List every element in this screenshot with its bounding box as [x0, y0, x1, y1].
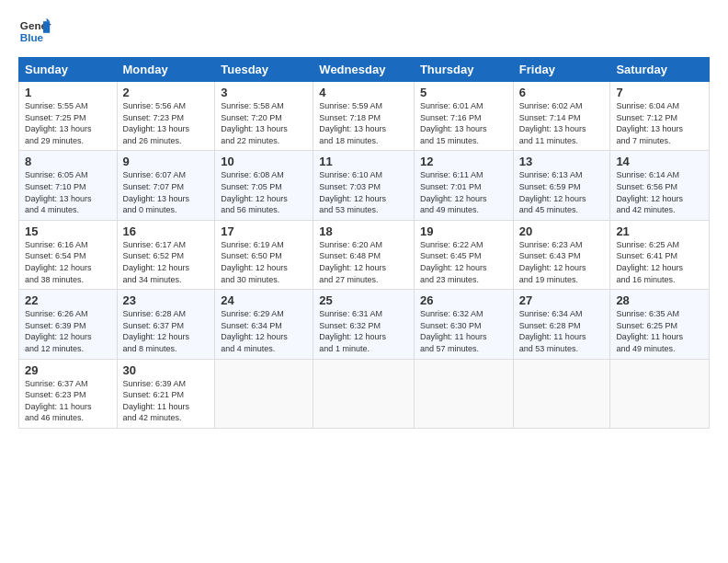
- day-number: 13: [519, 155, 605, 168]
- calendar-week-row: 29Sunrise: 6:37 AMSunset: 6:23 PMDayligh…: [19, 359, 710, 428]
- day-info: Sunrise: 6:19 AMSunset: 6:50 PMDaylight:…: [221, 239, 307, 285]
- calendar-day-cell: 8Sunrise: 6:05 AMSunset: 7:10 PMDaylight…: [19, 151, 118, 220]
- calendar-day-cell: [610, 359, 710, 428]
- day-info: Sunrise: 6:32 AMSunset: 6:30 PMDaylight:…: [420, 308, 507, 354]
- day-number: 22: [25, 293, 111, 307]
- day-info: Sunrise: 5:55 AMSunset: 7:25 PMDaylight:…: [25, 100, 111, 146]
- day-info: Sunrise: 6:35 AMSunset: 6:25 PMDaylight:…: [616, 308, 703, 354]
- calendar-day-cell: 20Sunrise: 6:23 AMSunset: 6:43 PMDayligh…: [513, 220, 610, 289]
- calendar-day-cell: 26Sunrise: 6:32 AMSunset: 6:30 PMDayligh…: [414, 290, 513, 359]
- calendar-day-cell: [313, 359, 415, 428]
- calendar-day-cell: 7Sunrise: 6:04 AMSunset: 7:12 PMDaylight…: [610, 82, 710, 151]
- calendar-day-cell: 5Sunrise: 6:01 AMSunset: 7:16 PMDaylight…: [414, 82, 513, 151]
- day-number: 12: [420, 155, 507, 168]
- day-number: 28: [616, 293, 703, 307]
- day-number: 2: [123, 86, 210, 99]
- day-number: 4: [319, 86, 408, 99]
- day-info: Sunrise: 6:25 AMSunset: 6:41 PMDaylight:…: [616, 239, 703, 285]
- day-number: 29: [25, 363, 111, 377]
- calendar-day-cell: 3Sunrise: 5:58 AMSunset: 7:20 PMDaylight…: [215, 82, 313, 151]
- day-info: Sunrise: 6:31 AMSunset: 6:32 PMDaylight:…: [319, 308, 408, 354]
- weekday-header-friday: Friday: [513, 58, 610, 82]
- svg-marker-2: [43, 21, 50, 33]
- day-number: 25: [319, 293, 408, 307]
- calendar-day-cell: 12Sunrise: 6:11 AMSunset: 7:01 PMDayligh…: [414, 151, 513, 220]
- calendar-day-cell: [414, 359, 513, 428]
- day-number: 18: [319, 224, 408, 238]
- day-number: 10: [221, 155, 307, 168]
- calendar-day-cell: 15Sunrise: 6:16 AMSunset: 6:54 PMDayligh…: [19, 220, 118, 289]
- day-number: 19: [420, 224, 507, 238]
- day-info: Sunrise: 6:05 AMSunset: 7:10 PMDaylight:…: [25, 169, 111, 215]
- weekday-header-monday: Monday: [117, 58, 215, 82]
- day-info: Sunrise: 6:01 AMSunset: 7:16 PMDaylight:…: [420, 100, 507, 146]
- day-info: Sunrise: 6:37 AMSunset: 6:23 PMDaylight:…: [25, 378, 111, 424]
- calendar-day-cell: 14Sunrise: 6:14 AMSunset: 6:56 PMDayligh…: [610, 151, 710, 220]
- calendar-day-cell: 22Sunrise: 6:26 AMSunset: 6:39 PMDayligh…: [19, 290, 118, 359]
- day-number: 30: [123, 363, 210, 377]
- day-number: 26: [420, 293, 507, 307]
- day-number: 8: [25, 155, 111, 168]
- page-header: General Blue: [18, 15, 710, 48]
- weekday-header-tuesday: Tuesday: [215, 58, 313, 82]
- calendar-day-cell: 23Sunrise: 6:28 AMSunset: 6:37 PMDayligh…: [117, 290, 215, 359]
- day-info: Sunrise: 6:04 AMSunset: 7:12 PMDaylight:…: [616, 100, 703, 146]
- calendar-day-cell: 2Sunrise: 5:56 AMSunset: 7:23 PMDaylight…: [117, 82, 215, 151]
- calendar-day-cell: 25Sunrise: 6:31 AMSunset: 6:32 PMDayligh…: [313, 290, 415, 359]
- day-info: Sunrise: 6:14 AMSunset: 6:56 PMDaylight:…: [616, 169, 703, 215]
- day-info: Sunrise: 6:34 AMSunset: 6:28 PMDaylight:…: [519, 308, 605, 354]
- calendar-day-cell: 27Sunrise: 6:34 AMSunset: 6:28 PMDayligh…: [513, 290, 610, 359]
- calendar-table: SundayMondayTuesdayWednesdayThursdayFrid…: [18, 57, 710, 429]
- day-info: Sunrise: 6:11 AMSunset: 7:01 PMDaylight:…: [420, 169, 507, 215]
- day-number: 23: [123, 293, 210, 307]
- weekday-header-row: SundayMondayTuesdayWednesdayThursdayFrid…: [19, 58, 710, 82]
- calendar-week-row: 1Sunrise: 5:55 AMSunset: 7:25 PMDaylight…: [19, 82, 710, 151]
- weekday-header-thursday: Thursday: [414, 58, 513, 82]
- logo-icon: General Blue: [18, 15, 51, 48]
- calendar-week-row: 8Sunrise: 6:05 AMSunset: 7:10 PMDaylight…: [19, 151, 710, 220]
- day-number: 27: [519, 293, 605, 307]
- day-info: Sunrise: 6:08 AMSunset: 7:05 PMDaylight:…: [221, 169, 307, 215]
- day-info: Sunrise: 6:20 AMSunset: 6:48 PMDaylight:…: [319, 239, 408, 285]
- day-info: Sunrise: 5:56 AMSunset: 7:23 PMDaylight:…: [123, 100, 210, 146]
- day-info: Sunrise: 6:02 AMSunset: 7:14 PMDaylight:…: [519, 100, 605, 146]
- calendar-day-cell: 19Sunrise: 6:22 AMSunset: 6:45 PMDayligh…: [414, 220, 513, 289]
- day-info: Sunrise: 6:23 AMSunset: 6:43 PMDaylight:…: [519, 239, 605, 285]
- day-number: 15: [25, 224, 111, 238]
- calendar-day-cell: 17Sunrise: 6:19 AMSunset: 6:50 PMDayligh…: [215, 220, 313, 289]
- day-number: 7: [616, 86, 703, 99]
- day-number: 6: [519, 86, 605, 99]
- day-info: Sunrise: 6:17 AMSunset: 6:52 PMDaylight:…: [123, 239, 210, 285]
- day-number: 14: [616, 155, 703, 168]
- day-number: 24: [221, 293, 307, 307]
- svg-text:Blue: Blue: [20, 31, 44, 43]
- calendar-day-cell: 1Sunrise: 5:55 AMSunset: 7:25 PMDaylight…: [19, 82, 118, 151]
- weekday-header-saturday: Saturday: [610, 58, 710, 82]
- day-number: 20: [519, 224, 605, 238]
- day-info: Sunrise: 6:28 AMSunset: 6:37 PMDaylight:…: [123, 308, 210, 354]
- day-info: Sunrise: 6:10 AMSunset: 7:03 PMDaylight:…: [319, 169, 408, 215]
- day-info: Sunrise: 6:07 AMSunset: 7:07 PMDaylight:…: [123, 169, 210, 215]
- calendar-day-cell: 28Sunrise: 6:35 AMSunset: 6:25 PMDayligh…: [610, 290, 710, 359]
- calendar-day-cell: [513, 359, 610, 428]
- day-number: 16: [123, 224, 210, 238]
- calendar-day-cell: 10Sunrise: 6:08 AMSunset: 7:05 PMDayligh…: [215, 151, 313, 220]
- day-info: Sunrise: 6:22 AMSunset: 6:45 PMDaylight:…: [420, 239, 507, 285]
- day-info: Sunrise: 6:13 AMSunset: 6:59 PMDaylight:…: [519, 169, 605, 215]
- day-number: 9: [123, 155, 210, 168]
- day-number: 21: [616, 224, 703, 238]
- day-number: 1: [25, 86, 111, 99]
- calendar-day-cell: [215, 359, 313, 428]
- calendar-day-cell: 13Sunrise: 6:13 AMSunset: 6:59 PMDayligh…: [513, 151, 610, 220]
- weekday-header-sunday: Sunday: [19, 58, 118, 82]
- day-number: 17: [221, 224, 307, 238]
- calendar-week-row: 22Sunrise: 6:26 AMSunset: 6:39 PMDayligh…: [19, 290, 710, 359]
- day-info: Sunrise: 5:59 AMSunset: 7:18 PMDaylight:…: [319, 100, 408, 146]
- logo: General Blue: [18, 15, 55, 48]
- day-info: Sunrise: 6:29 AMSunset: 6:34 PMDaylight:…: [221, 308, 307, 354]
- calendar-day-cell: 30Sunrise: 6:39 AMSunset: 6:21 PMDayligh…: [117, 359, 215, 428]
- calendar-day-cell: 16Sunrise: 6:17 AMSunset: 6:52 PMDayligh…: [117, 220, 215, 289]
- day-number: 11: [319, 155, 408, 168]
- day-number: 3: [221, 86, 307, 99]
- calendar-day-cell: 24Sunrise: 6:29 AMSunset: 6:34 PMDayligh…: [215, 290, 313, 359]
